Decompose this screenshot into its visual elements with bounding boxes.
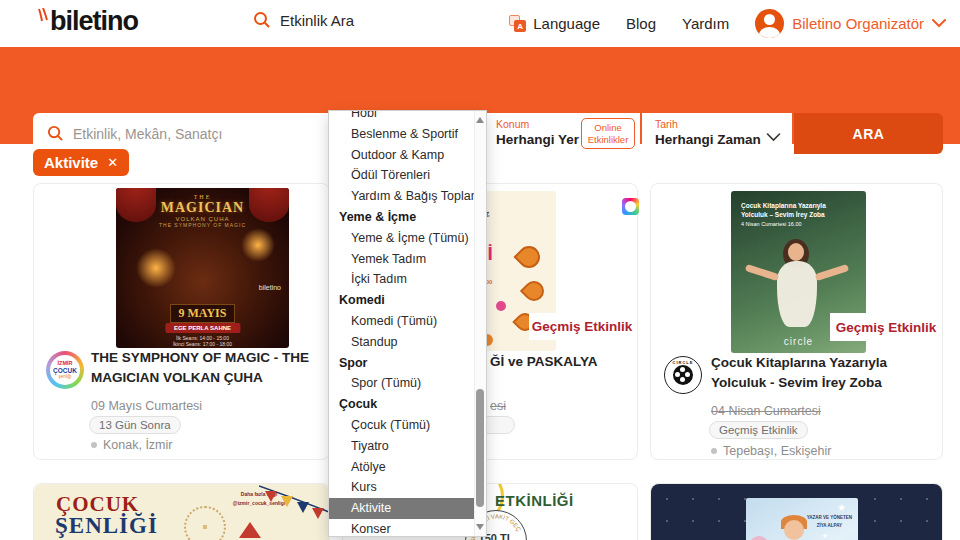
- poster-curtain: [116, 188, 156, 222]
- dropdown-item-kurs[interactable]: Kurs: [329, 477, 475, 498]
- dropdown-item-komedi-t-m-[interactable]: Komedi (Tümü): [329, 311, 475, 332]
- dropdown-item-yeme-i-me: Yeme & İçme: [329, 207, 475, 228]
- language-icon-front: A: [514, 20, 526, 32]
- organizer-logo-text: şenliği: [50, 374, 80, 379]
- poster-date: 4 Nisan Cumartesi 16.00: [741, 220, 802, 228]
- event-location-text: Konak, İzmir: [103, 438, 172, 452]
- event-poster: THE MAGICIAN VOLKAN ÇUHA THE SYMPHONY OF…: [116, 188, 289, 348]
- chevron-down-icon: [766, 133, 781, 142]
- location-dot-icon: [711, 448, 717, 454]
- scrollbar-thumb[interactable]: [476, 389, 484, 507]
- online-badge-line2: Etkinlikler: [588, 134, 629, 145]
- top-navbar: biletino Etkinlik Ara A Language Blog Ya…: [0, 0, 960, 47]
- language-menu[interactable]: A Language: [509, 15, 600, 32]
- poster-figure: [777, 261, 817, 327]
- dropdown-item-yemek-tad-m[interactable]: Yemek Tadım: [329, 249, 475, 270]
- event-title[interactable]: Çocuk Kitaplarına Yazarıyla Yolculuk - S…: [711, 353, 939, 394]
- keyword-field: [33, 113, 330, 154]
- event-title[interactable]: THE SYMPHONY OF MAGIC - THE MAGICIAN VOL…: [91, 348, 323, 389]
- poster-bunting: [312, 508, 324, 519]
- account-menu[interactable]: Biletino Organizatör: [755, 9, 946, 38]
- dropdown-item-outdoor-kamp[interactable]: Outdoor & Kamp: [329, 145, 475, 166]
- event-poster: ★ ★ YAZAR VE YÖNETEN ZİYA ALPAY: [651, 484, 942, 540]
- help-link[interactable]: Yardım: [682, 15, 729, 32]
- past-badge: Geçmiş Etkinlik: [709, 421, 808, 439]
- avatar: [755, 9, 784, 38]
- logo[interactable]: biletino: [38, 6, 138, 37]
- navbar-search[interactable]: Etkinlik Ara: [253, 11, 354, 29]
- account-name: Biletino Organizatör: [792, 15, 924, 32]
- date-select[interactable]: Tarih Herhangi Zaman: [642, 113, 792, 154]
- language-icon: A: [509, 15, 526, 32]
- poster-star: ★: [822, 532, 828, 540]
- navbar-right: A Language Blog Yardım Biletino Organiza…: [509, 0, 946, 47]
- poster-ornament: [513, 241, 544, 272]
- dropdown-scrollbar[interactable]: [474, 111, 486, 536]
- event-card-magician[interactable]: THE MAGICIAN VOLKAN ÇUHA THE SYMPHONY OF…: [33, 183, 330, 460]
- search-icon: [253, 11, 271, 29]
- location-value: Herhangi Yer: [496, 132, 579, 147]
- dropdown-item-aktivite[interactable]: Aktivite: [329, 498, 476, 519]
- search-group: Kategori Aktivite Konum Herhangi Yer Onl…: [33, 113, 943, 154]
- poster-title: ŞENLİĞİ: [55, 513, 158, 539]
- poster-figure: [788, 243, 804, 261]
- dropdown-item-beslenme-sportif[interactable]: Beslenme & Sportif: [329, 124, 475, 145]
- keyword-input[interactable]: [73, 126, 303, 142]
- past-event-label: Geçmiş Etkinlik: [529, 313, 635, 340]
- event-card-space[interactable]: ★ ★ YAZAR VE YÖNETEN ZİYA ALPAY: [650, 483, 943, 540]
- dropdown-item-at-lye[interactable]: Atölye: [329, 457, 475, 478]
- dropdown-item-yeme-i-me-t-m-[interactable]: Yeme & İçme (Tümü): [329, 228, 475, 249]
- dropdown-item-konser[interactable]: Konser: [329, 519, 475, 537]
- poster-figure: [815, 264, 849, 281]
- scroll-down-icon[interactable]: [476, 524, 484, 530]
- dropdown-item-standup[interactable]: Standup: [329, 332, 475, 353]
- poster-glow: [136, 248, 176, 288]
- event-location: Konak, İzmir: [91, 438, 172, 452]
- event-card-circle[interactable]: Çocuk Kitaplarına Yazarıyla Yolculuk – S…: [650, 183, 943, 460]
- poster-date: 9 MAYIS: [170, 304, 236, 323]
- filter-chip-aktivite[interactable]: Aktivite ✕: [33, 149, 129, 176]
- date-label: Tarih: [655, 118, 678, 130]
- close-icon[interactable]: ✕: [107, 155, 118, 170]
- dropdown-item-tiyatro[interactable]: Tiyatro: [329, 436, 475, 457]
- countdown-badge: 13 Gün Sonra: [89, 416, 181, 434]
- poster-venue: EGE PERLA SAHNE: [165, 323, 240, 333]
- organizer-logo-text: ÇOCUK: [50, 367, 80, 374]
- poster-tagline: THE SYMPHONY OF MAGIC: [116, 222, 289, 228]
- poster-illustration: ★ ★ YAZAR VE YÖNETEN ZİYA ALPAY: [746, 498, 858, 540]
- location-select[interactable]: Konum Herhangi Yer Online Etkinlikler: [483, 113, 640, 154]
- date-value: Herhangi Zaman: [655, 132, 761, 147]
- dropdown-item-spor-t-m-[interactable]: Spor (Tümü): [329, 373, 475, 394]
- poster-title: Yolculuk – Sevim İrey Zoba: [741, 210, 825, 220]
- page: biletino Etkinlik Ara A Language Blog Ya…: [0, 0, 960, 540]
- event-date: esi: [490, 399, 506, 413]
- online-events-toggle[interactable]: Online Etkinlikler: [581, 118, 635, 149]
- poster-figure: [745, 264, 779, 281]
- poster-star: ★: [837, 502, 846, 513]
- dropdown-item-spor: Spor: [329, 353, 475, 374]
- organizer-logo[interactable]: İZMİR ÇOCUK şenliği: [46, 351, 84, 389]
- poster-ornament: [520, 277, 548, 305]
- past-event-label: Geçmiş Etkinlik: [830, 313, 942, 341]
- scroll-up-icon[interactable]: [476, 117, 484, 123]
- event-title[interactable]: Ğİ ve PASKALYA: [490, 352, 635, 372]
- organizer-logo[interactable]: CIRCLE: [664, 356, 702, 394]
- search-icon: [47, 125, 64, 142]
- dropdown-item--ocuk-t-m-[interactable]: Çocuk (Tümü): [329, 415, 475, 436]
- event-card-cocuk-senligi[interactable]: ÇOCUK ŞENLİĞİ Çocuklarımızın eğlence dol…: [33, 483, 330, 540]
- poster-session2: İkinci Seans: 17:00 - 18:00: [116, 341, 289, 347]
- dropdown-item--d-l-t-renleri[interactable]: Ödül Törenleri: [329, 165, 475, 186]
- dropdown-item-yard-m-ba-toplama[interactable]: Yardım & Bağış Toplama: [329, 186, 475, 207]
- poster-glow: [241, 228, 275, 262]
- dropdown-item-i-ki-tad-m[interactable]: İçki Tadım: [329, 269, 475, 290]
- online-badge-line1: Online: [594, 122, 621, 133]
- category-dropdown: HobiBeslenme & SportifOutdoor & KampÖdül…: [328, 110, 487, 537]
- dropdown-item-hobi[interactable]: Hobi: [329, 110, 475, 124]
- poster-balloon: [748, 536, 770, 540]
- blog-link[interactable]: Blog: [626, 15, 656, 32]
- poster-bunting: [281, 496, 293, 507]
- help-label: Yardım: [682, 15, 729, 32]
- poster-credit-line: ZİYA ALPAY: [807, 522, 852, 530]
- organizer-logo-text: İZMİR: [50, 360, 80, 367]
- search-button[interactable]: ARA: [794, 113, 943, 154]
